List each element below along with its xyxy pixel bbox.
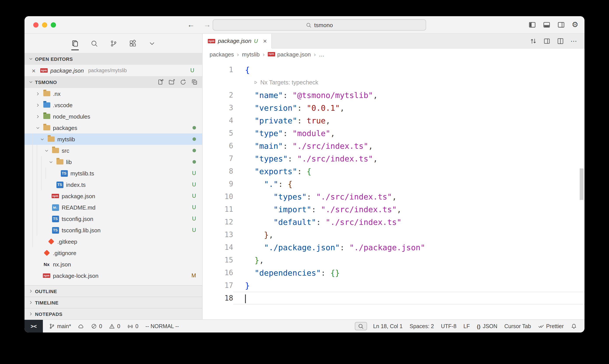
close-editor-icon[interactable]: ×: [30, 67, 38, 74]
activity-search-icon[interactable]: [90, 38, 98, 49]
codelens-nx-targets[interactable]: Nx Targets: typecheck: [233, 76, 318, 89]
line-number[interactable]: 6: [203, 140, 233, 152]
line-number[interactable]: 12: [203, 216, 233, 228]
tree-item-index-ts[interactable]: TSindex.tsU: [25, 179, 202, 190]
line-number[interactable]: 16: [203, 266, 233, 279]
tree-item-nx-json[interactable]: Nxnx.json: [25, 259, 202, 270]
tree-item-lib[interactable]: lib: [25, 156, 202, 168]
code-line-11[interactable]: 11 "import": "./src/index.ts",: [203, 203, 584, 216]
tree-item-node-modules[interactable]: node_modules: [25, 111, 202, 122]
status-publish-changes[interactable]: [75, 323, 88, 330]
refresh-icon[interactable]: [180, 79, 186, 85]
maximize-window-button[interactable]: [51, 22, 56, 27]
section-header-notepads[interactable]: NOTEPADS: [25, 308, 202, 319]
section-header-timeline[interactable]: TIMELINE: [25, 297, 202, 308]
line-number[interactable]: 9: [203, 178, 233, 190]
command-center-search[interactable]: tsmono: [213, 19, 426, 31]
line-number[interactable]: 18: [203, 292, 233, 304]
tree-item-package-lock-json[interactable]: npmpackage-lock.jsonM: [25, 270, 202, 281]
activity-chevron-down-icon[interactable]: [148, 38, 155, 49]
code-line-18[interactable]: 18: [203, 292, 584, 304]
breadcrumb-item-package-json[interactable]: npmpackage.json: [268, 51, 311, 58]
status-eol[interactable]: LF: [460, 322, 473, 330]
status-vim-mode[interactable]: -- NORMAL --: [142, 322, 182, 330]
line-number[interactable]: 11: [203, 203, 233, 216]
tab-package-json[interactable]: npm package.json U ×: [203, 34, 272, 48]
status-zoom[interactable]: [355, 322, 367, 331]
tree-item-packages[interactable]: packages: [25, 122, 202, 133]
code-line-6[interactable]: 6 "main": "./src/index.ts",: [203, 140, 584, 152]
status-git-branch[interactable]: main*: [46, 322, 75, 330]
split-editor-icon[interactable]: [557, 38, 564, 44]
tree-item-vscode[interactable]: .vscode: [25, 99, 202, 111]
code-area[interactable]: 1{Nx Targets: typecheck2 "name": "@tsmon…: [203, 60, 584, 319]
tree-item-src[interactable]: src: [25, 145, 202, 156]
line-number[interactable]: 1: [203, 64, 233, 76]
code-line-4[interactable]: 4 "private": true,: [203, 114, 584, 127]
line-number[interactable]: 3: [203, 102, 233, 114]
status-ports[interactable]: 0: [124, 322, 142, 330]
scrollbar-thumb[interactable]: [580, 169, 584, 200]
minimize-window-button[interactable]: [42, 22, 47, 27]
line-number[interactable]: 4: [203, 114, 233, 127]
tree-item-tsconfig-json[interactable]: TStsconfig.jsonU: [25, 213, 202, 224]
line-number[interactable]: 14: [203, 241, 233, 254]
line-number[interactable]: 5: [203, 127, 233, 140]
status-language-mode[interactable]: {}JSON: [473, 322, 501, 330]
activity-source-control-icon[interactable]: [110, 38, 117, 49]
code-line-2[interactable]: 2 "name": "@tsmono/mytslib",: [203, 89, 584, 102]
breadcrumb-item-packages[interactable]: packages: [209, 51, 234, 58]
code-line-8[interactable]: 8 "exports": {: [203, 165, 584, 178]
settings-gear-icon[interactable]: ⚙: [572, 21, 579, 28]
code-line-3[interactable]: 3 "version": "0.0.1",: [203, 102, 584, 114]
code-line-9[interactable]: 9 ".": {: [203, 178, 584, 190]
open-editors-header[interactable]: OPEN EDITORS: [25, 53, 202, 65]
tree-item-gitkeep[interactable]: .gitkeep: [25, 236, 202, 247]
code-line-14[interactable]: 14 "./package.json": "./package.json": [203, 241, 584, 254]
forward-button[interactable]: →: [203, 20, 211, 29]
code-line-15[interactable]: 15 },: [203, 254, 584, 266]
code-line-16[interactable]: 16 "dependencies": {}: [203, 266, 584, 279]
status-cursor-tab[interactable]: Cursor Tab: [501, 322, 535, 330]
line-number[interactable]: 13: [203, 228, 233, 241]
code-line-1[interactable]: 1{: [203, 64, 584, 76]
open-editor-item[interactable]: × npm package.json packages/mytslib U: [25, 65, 202, 76]
code-line-5[interactable]: 5 "type": "module",: [203, 127, 584, 140]
layout-cols-icon[interactable]: [543, 38, 550, 44]
close-tab-icon[interactable]: ×: [263, 37, 267, 45]
tree-item-tsconfig-lib-json[interactable]: TStsconfig.lib.jsonU: [25, 224, 202, 236]
line-number[interactable]: 15: [203, 254, 233, 266]
new-folder-icon[interactable]: [168, 79, 175, 85]
status-problems-errors[interactable]: 0: [88, 322, 106, 330]
back-button[interactable]: ←: [187, 20, 195, 29]
line-number[interactable]: 10: [203, 190, 233, 203]
tree-item-mytslib[interactable]: mytslib: [25, 133, 202, 145]
status-cursor-position[interactable]: Ln 18, Col 1: [370, 322, 406, 330]
layout-panel-icon[interactable]: [543, 21, 550, 28]
activity-files-icon[interactable]: [71, 38, 78, 49]
line-number[interactable]: 8: [203, 165, 233, 178]
status-encoding[interactable]: UTF-8: [438, 322, 460, 330]
code-line-7[interactable]: 7 "types": "./src/index.ts",: [203, 152, 584, 165]
tree-item-mytslib-ts[interactable]: TSmytslib.tsU: [25, 168, 202, 179]
status-problems-warnings[interactable]: 0: [106, 322, 124, 330]
tree-item-gitignore[interactable]: .gitignore: [25, 247, 202, 259]
breadcrumb-item-mytslib[interactable]: mytslib: [242, 51, 260, 58]
line-number[interactable]: 2: [203, 89, 233, 102]
collapse-all-icon[interactable]: [191, 79, 198, 85]
close-window-button[interactable]: [33, 22, 39, 27]
activity-extensions-icon[interactable]: [129, 38, 136, 49]
remote-indicator[interactable]: ><: [25, 320, 43, 333]
line-number[interactable]: 7: [203, 152, 233, 165]
tree-item-package-json[interactable]: npmpackage.jsonU: [25, 190, 202, 202]
code-line-10[interactable]: 10 "types": "./src/index.ts",: [203, 190, 584, 203]
code-line-13[interactable]: 13 },: [203, 228, 584, 241]
status-notifications[interactable]: [567, 323, 580, 330]
section-header-outline[interactable]: OUTLINE: [25, 285, 202, 297]
new-file-icon[interactable]: [157, 79, 164, 85]
status-indentation[interactable]: Spaces: 2: [406, 322, 438, 330]
code-line-17[interactable]: 17}: [203, 279, 584, 292]
tree-item-nx[interactable]: .nx: [25, 88, 202, 99]
line-number[interactable]: 17: [203, 279, 233, 292]
breadcrumb-item-[interactable]: …: [319, 51, 325, 58]
